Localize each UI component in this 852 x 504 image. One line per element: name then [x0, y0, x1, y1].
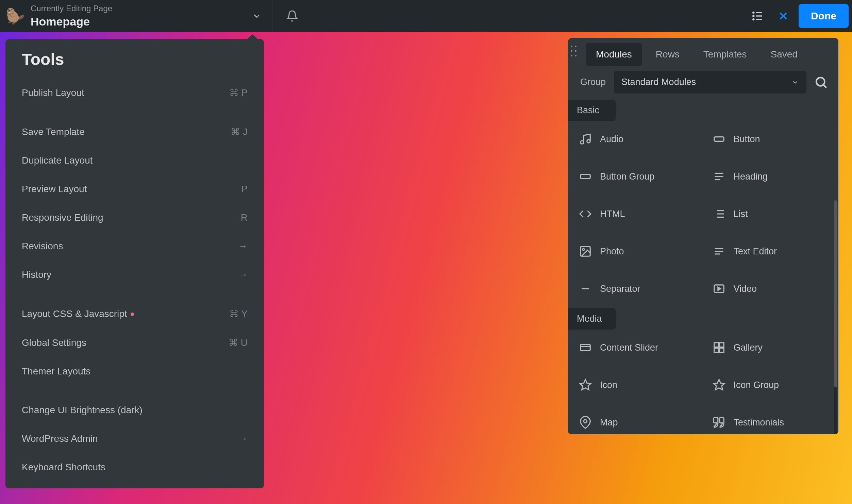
image-icon — [578, 244, 592, 258]
heading-icon — [712, 169, 726, 184]
panel-tab[interactable]: Modules — [586, 43, 642, 66]
module-item-label: Map — [600, 417, 618, 428]
svg-line-9 — [824, 85, 826, 88]
tools-item-shortcut: → — [238, 269, 248, 280]
tools-title: Tools — [10, 50, 260, 78]
module-item[interactable]: Text Editor — [705, 240, 835, 263]
module-item-label: Photo — [600, 246, 624, 257]
module-item-label: Button — [734, 134, 760, 145]
scrollbar[interactable] — [834, 200, 837, 434]
module-section-header: Basic — [568, 100, 616, 121]
top-bar: 🦫 Currently Editing Page Homepage Done — [0, 0, 852, 32]
panel-tabs: ModulesRowsTemplatesSaved — [568, 38, 838, 71]
module-item[interactable]: Audio — [571, 128, 702, 150]
tools-item-label: Layout CSS & Javascript — [22, 308, 134, 319]
drag-handle-icon[interactable] — [571, 46, 578, 58]
svg-point-10 — [581, 141, 584, 144]
tools-item[interactable]: Global Settings⌘ U — [10, 328, 260, 357]
module-item[interactable]: Testimonials — [705, 411, 835, 434]
module-item[interactable]: HTML — [571, 203, 702, 225]
content-panel: ModulesRowsTemplatesSaved Group Standard… — [568, 38, 838, 434]
slider-icon — [578, 340, 592, 355]
tools-item-shortcut: P — [241, 184, 248, 195]
tools-item-shortcut: → — [238, 241, 248, 252]
panel-tab[interactable]: Templates — [693, 43, 757, 66]
modules-grid: AudioButtonButton GroupHeadingHTMLListPh… — [568, 121, 838, 307]
scrollbar-thumb[interactable] — [834, 200, 837, 387]
module-item[interactable]: Video — [705, 278, 835, 300]
tools-item-shortcut: → — [238, 433, 248, 444]
tools-item-label: Responsive Editing — [22, 212, 103, 223]
module-item-label: Button Group — [600, 171, 655, 182]
svg-point-4 — [753, 15, 754, 16]
tools-item-label: Publish Layout — [22, 87, 84, 98]
module-item[interactable]: Gallery — [705, 336, 835, 359]
tools-menu: Tools Publish Layout⌘ PSave Template⌘ JD… — [5, 39, 264, 488]
indicator-dot-icon — [131, 313, 134, 316]
tools-item-shortcut: ⌘ J — [231, 126, 248, 137]
svg-rect-12 — [714, 137, 724, 141]
tools-item[interactable]: Responsive EditingR — [10, 203, 260, 232]
module-item[interactable]: Photo — [571, 240, 702, 263]
module-item-label: Video — [734, 284, 757, 294]
svg-point-11 — [587, 140, 590, 143]
module-item[interactable]: Icon — [571, 374, 702, 396]
group-select[interactable]: Standard Modules — [614, 71, 806, 94]
tools-item-shortcut: ⌘ Y — [229, 308, 248, 319]
module-item-label: Gallery — [734, 342, 763, 353]
list-icon — [712, 207, 726, 221]
panel-controls: Group Standard Modules — [568, 71, 838, 98]
tools-item[interactable]: Save Template⌘ J — [10, 117, 260, 146]
tools-item-label: Revisions — [22, 241, 63, 252]
module-item[interactable]: Button — [705, 128, 835, 150]
group-select-value: Standard Modules — [621, 77, 696, 87]
editing-info: Currently Editing Page Homepage — [31, 3, 112, 29]
module-item[interactable]: Button Group — [571, 165, 702, 188]
module-item-label: List — [734, 209, 748, 219]
outline-icon — [751, 9, 764, 23]
tools-item[interactable]: Duplicate Layout — [10, 146, 260, 175]
module-item[interactable]: List — [705, 203, 835, 225]
video-icon — [712, 282, 726, 296]
tools-item[interactable]: Publish Layout⌘ P — [10, 78, 260, 107]
tools-item[interactable]: Themer Layouts — [10, 357, 260, 386]
module-item-label: Audio — [600, 134, 623, 145]
close-panel-button[interactable] — [773, 5, 794, 27]
module-item[interactable]: Map — [571, 411, 702, 434]
tools-item[interactable]: Layout CSS & Javascript⌘ Y — [10, 299, 260, 328]
music-icon — [578, 132, 592, 146]
page-dropdown-button[interactable] — [245, 7, 269, 24]
search-icon — [814, 75, 828, 89]
svg-rect-33 — [714, 343, 718, 347]
done-button[interactable]: Done — [799, 4, 849, 28]
module-item[interactable]: Icon Group — [705, 374, 835, 396]
tools-item[interactable]: History→ — [10, 261, 260, 289]
module-item[interactable]: Heading — [705, 165, 835, 188]
svg-rect-35 — [714, 348, 718, 353]
button-icon — [712, 132, 726, 146]
module-item-label: Separator — [600, 284, 640, 294]
outline-button[interactable] — [747, 5, 768, 27]
star-icon — [578, 378, 592, 392]
tools-item[interactable]: Revisions→ — [10, 232, 260, 261]
chevron-down-icon — [791, 79, 799, 86]
topbar-left: 🦫 Currently Editing Page Homepage — [3, 0, 305, 32]
module-item[interactable]: Content Slider — [571, 336, 702, 359]
module-item[interactable]: Separator — [571, 278, 702, 300]
module-item-label: Icon — [600, 380, 617, 390]
tools-item[interactable]: Keyboard Shortcuts — [10, 453, 260, 482]
svg-marker-30 — [718, 287, 720, 290]
tools-item-shortcut: R — [241, 212, 248, 223]
panel-tab[interactable]: Saved — [760, 43, 807, 66]
tools-item-label: Global Settings — [22, 337, 86, 348]
search-button[interactable] — [810, 71, 832, 94]
panel-tab[interactable]: Rows — [646, 43, 690, 66]
notifications-button[interactable] — [279, 3, 305, 29]
tools-item[interactable]: WordPress Admin→ — [10, 424, 260, 453]
svg-rect-31 — [581, 345, 590, 351]
tools-item-label: WordPress Admin — [22, 433, 98, 444]
tools-item[interactable]: Preview LayoutP — [10, 175, 260, 203]
modules-grid: Content SliderGalleryIconIcon GroupMapTe… — [568, 330, 838, 434]
tools-item[interactable]: Change UI Brightness (dark) — [10, 396, 260, 424]
bell-icon — [286, 10, 298, 22]
